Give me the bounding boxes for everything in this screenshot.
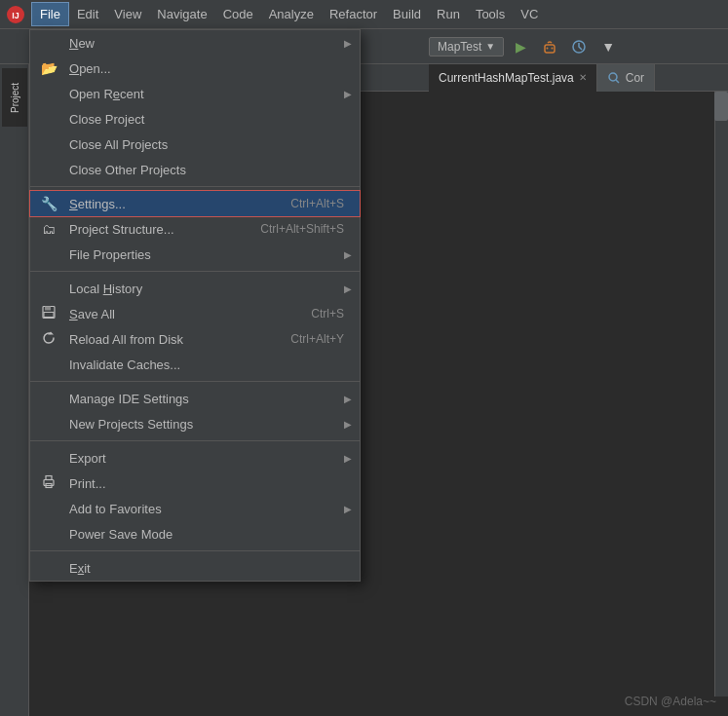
menu-item-add-to-favorites[interactable]: Add to Favorites [30,496,360,521]
divider-4 [30,440,360,441]
menu-item-file-properties[interactable]: File Properties [30,242,360,267]
menu-code[interactable]: Code [215,3,261,25]
menu-item-open-recent[interactable]: Open Recent [30,81,360,106]
menu-item-settings[interactable]: 🔧 Settings... Ctrl+Alt+S [30,191,360,216]
menu-navigate[interactable]: Navigate [149,3,214,25]
menu-tools[interactable]: Tools [468,3,513,25]
menu-item-print[interactable]: Print... [30,471,360,496]
more-actions-button[interactable]: ▼ [595,34,621,59]
project-structure-icon: 🗂 [40,221,57,237]
reload-icon [40,331,57,348]
menu-item-save-all[interactable]: Save All Ctrl+S [30,301,360,326]
save-all-shortcut: Ctrl+S [272,307,344,320]
svg-rect-2 [545,45,555,53]
app-logo: IJ [4,3,27,26]
tab-label-cor: Cor [626,71,644,85]
menu-item-project-structure[interactable]: 🗂 Project Structure... Ctrl+Alt+Shift+S [30,216,360,242]
run-button[interactable]: ▶ [508,34,533,59]
settings-shortcut: Ctrl+Alt+S [251,197,344,210]
search-icon [607,71,621,85]
reload-shortcut: Ctrl+Alt+Y [251,332,344,346]
svg-point-3 [547,47,549,49]
menu-item-reload-all[interactable]: Reload All from Disk Ctrl+Alt+Y [30,326,360,352]
menu-item-export[interactable]: Export [30,445,360,471]
folder-icon: 📂 [40,60,57,76]
svg-rect-9 [45,307,51,311]
scroll-thumb[interactable] [714,92,728,121]
menu-item-power-save[interactable]: Power Save Mode [30,521,360,546]
run-config-label: MapTest [438,40,481,54]
divider-2 [30,271,360,272]
divider-1 [30,186,360,187]
svg-rect-10 [44,313,54,318]
project-structure-shortcut: Ctrl+Alt+Shift+S [221,222,344,236]
file-dropdown-menu: New 📂 Open... Open Recent Close Project … [29,29,361,582]
wrench-icon: 🔧 [40,196,57,211]
run-config-dropdown[interactable]: MapTest ▼ [429,37,504,57]
menu-item-local-history[interactable]: Local History [30,276,360,301]
menu-item-invalidate-caches[interactable]: Invalidate Caches... [30,352,360,377]
tab-cor[interactable]: Cor [597,64,655,92]
menu-refactor[interactable]: Refactor [322,3,385,25]
menu-vc[interactable]: VC [513,3,546,25]
tab-close-currenthashmaptest[interactable]: ✕ [579,72,587,83]
watermark: CSDN @Adela~~ [625,695,716,708]
print-icon [40,475,57,492]
profile-button[interactable] [566,34,592,59]
menu-item-manage-ide[interactable]: Manage IDE Settings [30,386,360,411]
svg-rect-13 [46,476,52,480]
divider-3 [30,381,360,382]
svg-point-4 [552,47,554,49]
menu-item-close-other-projects[interactable]: Close Other Projects [30,157,360,182]
sidebar-item-project[interactable]: Project [2,68,27,127]
menu-file[interactable]: File [31,2,69,26]
debug-button[interactable] [537,34,562,59]
menu-item-close-project[interactable]: Close Project [30,106,360,132]
left-sidebar: Project [0,64,29,716]
svg-point-6 [609,73,617,81]
menu-analyze[interactable]: Analyze [261,3,322,25]
menu-run[interactable]: Run [429,3,468,25]
scrollbar-right[interactable] [714,92,728,697]
menu-edit[interactable]: Edit [69,3,106,25]
save-icon [40,306,57,322]
tab-label-currenthashmaptest: CurrentHashMapTest.java [439,71,574,85]
menu-item-open[interactable]: 📂 Open... [30,56,360,81]
menu-item-new-projects-settings[interactable]: New Projects Settings [30,411,360,436]
menu-build[interactable]: Build [385,3,429,25]
menu-bar: IJ File Edit View Navigate Code Analyze … [0,0,728,29]
divider-5 [30,550,360,551]
menu-item-close-all-projects[interactable]: Close All Projects [30,132,360,157]
svg-line-7 [616,80,619,83]
menu-item-exit[interactable]: Exit [30,555,360,581]
menu-item-new[interactable]: New [30,30,360,56]
svg-text:IJ: IJ [12,11,19,20]
tab-currenthashmaptest[interactable]: CurrentHashMapTest.java ✕ [429,64,597,92]
dropdown-arrow-icon: ▼ [485,41,495,52]
menu-view[interactable]: View [106,3,149,25]
